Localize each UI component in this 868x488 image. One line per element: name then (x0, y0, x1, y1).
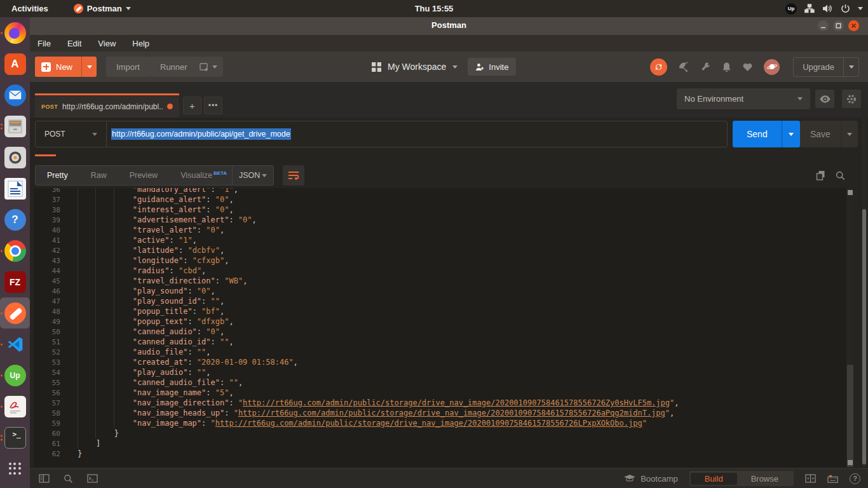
menu-edit[interactable]: Edit (67, 39, 81, 48)
unsaved-changes-dot (167, 104, 173, 109)
dock-icon-annotation-tool[interactable] (0, 391, 30, 422)
json-link[interactable]: http://rt66ug.com/admin/public/storage/d… (215, 419, 642, 428)
window-titlebar[interactable]: Postman (30, 17, 868, 35)
minimize-button[interactable] (818, 20, 829, 31)
dock-icon-libreoffice-writer[interactable] (0, 173, 30, 204)
dock-icon-thunderbird[interactable] (0, 79, 30, 111)
code-line: 57 "nav_image_direction": "http://rt66ug… (34, 398, 845, 408)
response-body-editor[interactable]: 36 "mandatory_alert": "1",37 "guidance_a… (34, 188, 854, 467)
code-line: 41 "active": "1", (34, 235, 845, 245)
bootcamp-button[interactable]: Bootcamp (624, 474, 678, 484)
send-dropdown[interactable] (782, 121, 800, 147)
request-tab[interactable]: POST http://rt66ug.com/admin/publ... (35, 93, 179, 118)
two-pane-view-button[interactable] (805, 474, 816, 483)
dock-icon-chrome[interactable] (0, 235, 30, 266)
tab-pretty[interactable]: Pretty (36, 171, 79, 180)
import-button[interactable]: Import (106, 57, 150, 77)
dock-icon-postman[interactable] (0, 297, 30, 329)
code-line: 53 "created_at": "2020-01-09 01:58:46", (34, 357, 845, 367)
clock[interactable]: Thu 15:55 (0, 4, 868, 13)
editor-scrollbar[interactable] (846, 188, 854, 467)
search-response-button[interactable] (836, 171, 845, 180)
heart-icon[interactable] (742, 62, 753, 72)
tab-options-button[interactable]: ••• (204, 97, 222, 114)
sidebar-toggle-button[interactable] (39, 474, 50, 483)
new-button[interactable]: New (35, 57, 97, 77)
invite-button[interactable]: Invite (468, 58, 516, 76)
running-indicator (1, 32, 3, 34)
help-button[interactable]: ? (850, 473, 860, 484)
bell-icon[interactable] (722, 62, 731, 72)
browse-toggle[interactable]: Browse (737, 473, 792, 485)
find-button[interactable] (64, 474, 73, 484)
environment-selector[interactable]: No Environment (677, 88, 810, 109)
menu-help[interactable]: Help (132, 39, 149, 48)
code-line: 47 "play_sound_id": "", (34, 296, 845, 306)
new-window-button[interactable] (194, 57, 223, 77)
method-select[interactable]: POST (36, 121, 107, 147)
maximize-button[interactable] (833, 20, 844, 31)
dock-icon-show-applications[interactable] (0, 453, 30, 484)
wrench-icon[interactable] (700, 62, 711, 72)
postman-window: Postman File Edit View Help New Import R… (30, 17, 868, 488)
response-format-select[interactable]: JSON (232, 165, 274, 186)
chevron-down-icon[interactable] (452, 65, 458, 69)
send-button[interactable]: Send (733, 121, 800, 147)
build-toggle[interactable]: Build (691, 473, 737, 485)
code-line: 51 "canned_audio_id": "", (34, 337, 845, 347)
runner-button[interactable]: Runner (150, 57, 198, 77)
scrollbar-thumb[interactable] (847, 365, 853, 467)
close-button[interactable] (848, 20, 859, 31)
line-number: 51 (34, 337, 60, 348)
json-link[interactable]: http://rt66ug.com/admin/public/storage/d… (243, 398, 670, 407)
volume-icon[interactable] (822, 4, 833, 13)
power-icon[interactable] (841, 4, 850, 13)
save-button[interactable]: Save (800, 121, 858, 147)
new-tab-button[interactable]: + (183, 97, 201, 114)
save-dropdown[interactable] (841, 121, 858, 147)
upgrade-button[interactable]: Upgrade (793, 57, 859, 77)
chevron-down-icon (212, 65, 217, 69)
sync-status-icon[interactable] (650, 58, 667, 76)
line-number: 55 (34, 378, 60, 388)
dock-icon-upwork[interactable]: Up (0, 360, 30, 391)
new-dropdown[interactable] (81, 57, 97, 77)
dock-icon-files[interactable] (0, 111, 30, 142)
window-scrollbar[interactable] (862, 100, 867, 468)
dock-icon-ubuntu-software[interactable]: A (0, 48, 30, 79)
tab-preview[interactable]: Preview (118, 171, 169, 180)
window-scrollbar-thumb[interactable] (862, 209, 866, 464)
tab-raw[interactable]: Raw (79, 171, 118, 180)
dock-icon-firefox[interactable] (0, 17, 30, 48)
dock-icon-vscode[interactable] (0, 329, 30, 360)
invite-person-icon (475, 63, 484, 71)
code-line: 39 "advertisement_alert": "0", (34, 215, 845, 225)
shortcuts-button[interactable] (827, 475, 838, 483)
upwork-tray-icon[interactable]: Up (785, 3, 797, 15)
upgrade-dropdown[interactable] (843, 57, 858, 77)
code-line: 60 } (34, 428, 845, 438)
api-network-icon[interactable] (678, 62, 689, 72)
dock-icon-rhythmbox[interactable] (0, 142, 30, 173)
url-input[interactable]: http://rt66ug.com/admin/public/api/get_d… (107, 121, 727, 147)
dock-icon-filezilla[interactable]: FZ (0, 266, 30, 297)
environment-quick-look-button[interactable] (815, 90, 834, 108)
running-indicator (1, 374, 3, 376)
copy-response-button[interactable] (816, 170, 825, 180)
avatar[interactable] (764, 59, 780, 75)
tab-visualize[interactable]: VisualizeBETA (169, 170, 238, 180)
system-menu-chevron-icon[interactable] (858, 7, 863, 10)
json-link[interactable]: http://rt66ug.com/admin/public/storage/d… (238, 409, 665, 417)
menu-view[interactable]: View (98, 39, 116, 48)
menu-file[interactable]: File (37, 39, 51, 48)
code-line: 45 "travel_direction": "WB", (34, 276, 845, 286)
line-number: 46 (34, 287, 60, 297)
dock-icon-terminal[interactable]: >_ (0, 422, 30, 453)
url-selected-text: http://rt66ug.com/admin/public/api/get_d… (111, 128, 291, 140)
network-icon[interactable] (804, 4, 815, 13)
dock-icon-help[interactable]: ? (0, 204, 30, 235)
wrap-lines-button[interactable] (283, 165, 304, 186)
console-button[interactable] (87, 474, 98, 483)
environment-settings-button[interactable] (842, 90, 861, 108)
workspace-selector[interactable]: My Workspace (388, 62, 446, 72)
